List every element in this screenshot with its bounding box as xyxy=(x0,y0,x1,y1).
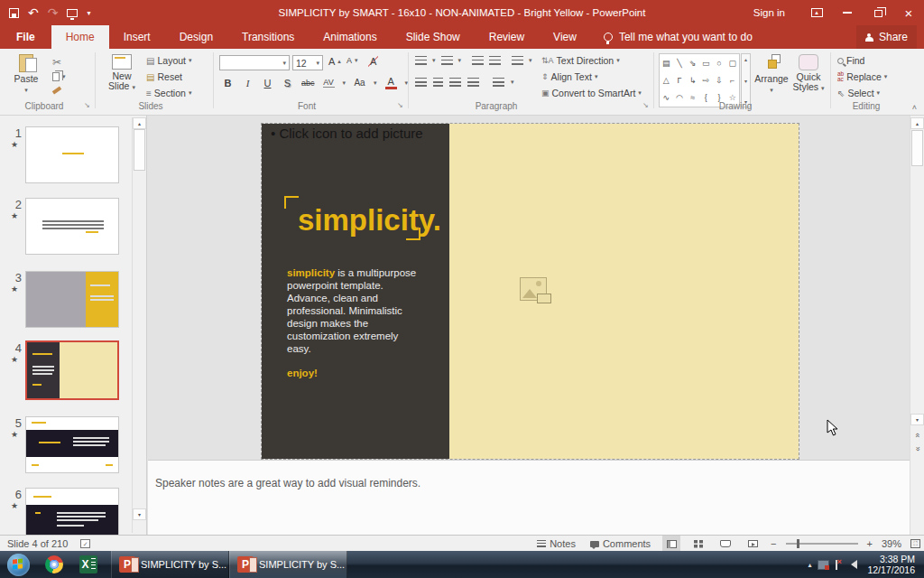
shape-right-arrow-icon[interactable]: ⇨ xyxy=(699,71,713,89)
thumb-scroll-down-icon[interactable]: ▾ xyxy=(133,508,146,520)
notes-toggle-button[interactable]: Notes xyxy=(534,536,578,552)
volume-icon[interactable] xyxy=(851,560,857,569)
line-spacing-icon[interactable] xyxy=(512,56,523,65)
select-button[interactable]: ⇖Select▾ xyxy=(837,88,880,98)
align-left-icon[interactable] xyxy=(415,78,427,87)
quick-styles-button[interactable]: QuickStyles ▾ xyxy=(790,52,827,108)
paste-button[interactable]: Paste▾ xyxy=(5,52,47,108)
restore-button[interactable] xyxy=(863,0,893,25)
slide-thumbnail-3[interactable] xyxy=(25,271,119,328)
tray-display-icon[interactable] xyxy=(818,560,829,570)
notes-pane[interactable]: Speaker notes are a great way to add vis… xyxy=(148,460,924,535)
zoom-slider[interactable] xyxy=(786,543,858,545)
slide-thumbnail-5[interactable] xyxy=(25,416,119,473)
zoom-level[interactable]: 39% xyxy=(882,538,901,549)
shape-triangle-icon[interactable]: △ xyxy=(660,71,673,89)
cut-button[interactable]: ✂ xyxy=(52,56,61,69)
tab-design[interactable]: Design xyxy=(165,25,227,49)
powerpoint-window-1-button[interactable]: P SIMPLICITY by S... xyxy=(111,551,229,578)
chrome-taskbar-button[interactable] xyxy=(37,551,71,578)
zoom-out-button[interactable]: − xyxy=(771,538,776,549)
tab-home[interactable]: Home xyxy=(51,25,109,49)
slide-thumbnail-6[interactable] xyxy=(25,488,119,535)
grow-font-button[interactable]: A▴ xyxy=(328,56,341,67)
close-button[interactable]: × xyxy=(893,0,924,25)
tab-slide-show[interactable]: Slide Show xyxy=(392,25,475,49)
share-button[interactable]: Share xyxy=(856,25,917,49)
canvas-scroll-up-icon[interactable]: ▴ xyxy=(910,117,924,129)
italic-button[interactable]: I xyxy=(242,78,254,89)
shape-arrow-icon[interactable]: ⇘ xyxy=(686,54,699,71)
bold-button[interactable]: B xyxy=(222,78,234,89)
excel-taskbar-button[interactable]: X xyxy=(71,551,106,578)
align-right-icon[interactable] xyxy=(449,78,461,87)
bullets-icon[interactable] xyxy=(415,56,427,65)
shape-corner-icon[interactable]: ⌐ xyxy=(725,71,739,89)
slide-sorter-view-button[interactable] xyxy=(689,536,707,552)
shapes-scroll-down-icon[interactable]: ▾ xyxy=(744,78,747,84)
reading-view-button[interactable] xyxy=(716,536,735,552)
shape-oval-icon[interactable]: ○ xyxy=(713,54,726,71)
font-name-combo[interactable]: ▾ xyxy=(219,55,290,70)
shapes-gallery[interactable]: ▤ ╲ ⇘ ▭ ○ ▢ △ Γ ↳ ⇨ ⇩ ⌐ ∿ ◠ ≈ { } ☆ xyxy=(659,53,740,107)
change-case-button[interactable]: Aa xyxy=(354,78,365,88)
font-dialog-launcher[interactable]: ↘ xyxy=(397,101,403,109)
tab-animations[interactable]: Animations xyxy=(309,25,391,49)
canvas-scroll-down-icon[interactable]: ▾ xyxy=(910,414,924,425)
copy-button[interactable]: ▾ xyxy=(52,72,66,81)
thumb-scroll-up-icon[interactable]: ▴ xyxy=(133,117,146,129)
text-shadow-button[interactable]: S xyxy=(282,78,293,89)
slide-title[interactable]: simplicity. xyxy=(298,203,441,238)
reset-button[interactable]: ▤Reset xyxy=(146,71,182,82)
shape-line-icon[interactable]: ╲ xyxy=(673,54,687,71)
shape-rounded-rectangle-icon[interactable]: ▢ xyxy=(725,54,739,71)
thumbnail-scrollbar[interactable]: ▴ ▾ xyxy=(132,117,145,533)
shape-down-arrow-icon[interactable]: ⇩ xyxy=(713,71,726,89)
shape-rectangle-icon[interactable]: ▭ xyxy=(699,54,713,71)
new-slide-button[interactable]: NewSlide ▾ xyxy=(101,52,143,108)
shape-text-box-icon[interactable]: ▤ xyxy=(660,54,673,71)
font-size-combo[interactable]: 12▾ xyxy=(292,55,323,70)
canvas-scrollbar-thumb[interactable] xyxy=(911,130,923,166)
slide-thumbnail-1[interactable] xyxy=(25,126,119,183)
picture-placeholder-prompt[interactable]: • Click icon to add picture xyxy=(271,126,423,141)
align-text-button[interactable]: ⇕Align Text▾ xyxy=(541,71,597,82)
underline-button[interactable]: U xyxy=(262,78,273,89)
numbering-icon[interactable] xyxy=(441,56,453,65)
shape-scribble-icon[interactable]: ∿ xyxy=(660,89,673,107)
find-button[interactable]: Find xyxy=(837,55,864,66)
ribbon-display-options-button[interactable]: ▴ xyxy=(801,0,832,25)
slide-body-text[interactable]: simplicity is a multipurpose powerpoint … xyxy=(287,266,424,355)
layout-button[interactable]: ▤Layout▾ xyxy=(146,55,192,66)
canvas-scrollbar[interactable]: ▴ ▾ « « xyxy=(910,116,924,535)
tell-me-box[interactable]: Tell me what you want to do xyxy=(604,25,753,49)
previous-slide-button[interactable]: « xyxy=(912,429,923,443)
clear-formatting-button[interactable]: A xyxy=(368,56,378,67)
clipboard-dialog-launcher[interactable]: ↘ xyxy=(84,101,90,109)
tab-transitions[interactable]: Transitions xyxy=(227,25,309,49)
columns-icon[interactable] xyxy=(493,78,504,87)
minimize-button[interactable] xyxy=(832,0,863,25)
powerpoint-window-2-button[interactable]: P SIMPLICITY by S... xyxy=(229,551,347,578)
zoom-in-button[interactable]: + xyxy=(867,538,873,549)
next-slide-button[interactable]: « xyxy=(912,443,923,456)
tab-view[interactable]: View xyxy=(539,25,591,49)
tab-insert[interactable]: Insert xyxy=(109,25,165,49)
justify-icon[interactable] xyxy=(467,78,479,87)
shape-arc-icon[interactable]: ◠ xyxy=(673,89,687,107)
character-spacing-button[interactable]: AV xyxy=(323,78,335,88)
tab-file[interactable]: File xyxy=(0,25,51,49)
action-center-flag-icon[interactable] xyxy=(836,560,845,570)
shapes-scroll-up-icon[interactable]: ▴ xyxy=(744,56,747,62)
spell-check-icon[interactable]: ✓ xyxy=(80,539,90,548)
format-painter-button[interactable] xyxy=(52,89,61,92)
text-direction-button[interactable]: ⇅AText Direction▾ xyxy=(541,55,620,66)
tab-review[interactable]: Review xyxy=(475,25,539,49)
start-button[interactable] xyxy=(7,554,30,576)
shapes-gallery-scroll[interactable]: ▴ ▾ ▾ xyxy=(741,53,751,107)
shrink-font-button[interactable]: A▾ xyxy=(346,56,358,65)
slide-thumbnail-2[interactable] xyxy=(25,198,119,255)
strikethrough-button[interactable]: abc xyxy=(301,79,315,88)
comments-toggle-button[interactable]: Comments xyxy=(587,536,653,552)
decrease-indent-icon[interactable] xyxy=(472,56,484,65)
